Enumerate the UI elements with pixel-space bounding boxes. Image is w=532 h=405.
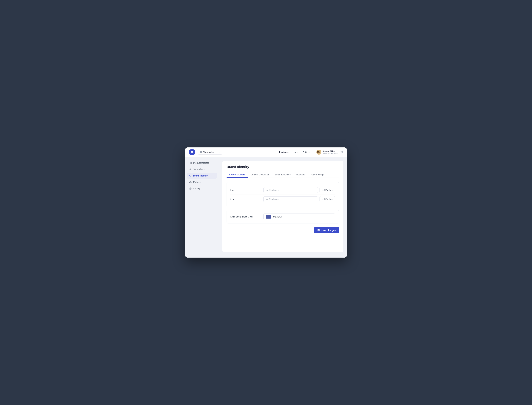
color-swatch[interactable] [266, 215, 271, 219]
sidebar-item-settings[interactable]: Settings [187, 186, 217, 191]
icon-row: Icon No file chosen [230, 195, 335, 204]
workspace-selector[interactable]: Wawandco ▾ [198, 150, 222, 155]
content-card: Brand Identity Logos & Colors Content Ge… [222, 161, 343, 252]
logo-file-display: No file chosen [263, 187, 318, 193]
main-layout: Product Updates Subscribers [185, 157, 347, 257]
sidebar-label-brand-identity: Brand Identity [193, 175, 208, 177]
sidebar-label-embeds: Embeds [193, 181, 201, 183]
nav-link-products[interactable]: Products [279, 151, 288, 153]
svg-rect-8 [189, 163, 190, 164]
image-icon-2 [322, 198, 325, 201]
icon-file-display: No file chosen [263, 196, 318, 202]
svg-point-0 [192, 152, 192, 152]
icon-label: Icon [230, 198, 261, 201]
svg-point-18 [323, 199, 323, 199]
grid-icon [189, 162, 192, 164]
nav-link-users[interactable]: Users [293, 151, 299, 153]
logo-row: Logo No file chosen [230, 186, 335, 195]
logout-button[interactable] [340, 150, 343, 154]
content-area: Brand Identity Logos & Colors Content Ge… [219, 157, 347, 257]
sidebar-item-brand-identity[interactable]: Brand Identity [187, 173, 217, 179]
gear-icon [189, 187, 192, 190]
save-changes-label: Save Changes [321, 229, 336, 232]
avatar: MM [316, 150, 321, 155]
svg-rect-21 [318, 230, 319, 231]
workspace-name: Wawandco [203, 151, 218, 153]
logo-explore-label: Explore [326, 189, 333, 191]
color-input-wrapper[interactable]: #4E5BA6 [263, 214, 335, 220]
svg-rect-20 [318, 229, 319, 230]
save-icon [317, 229, 320, 232]
sidebar-item-product-updates[interactable]: Product Updates [187, 160, 217, 166]
tab-email-templates[interactable]: Email Templates [272, 172, 293, 178]
tab-bar: Logos & Colors Content Generation Email … [226, 172, 339, 178]
logo-file-wrapper: No file chosen Explore [263, 187, 335, 193]
users-icon [189, 168, 192, 171]
workspace-icon [200, 151, 202, 154]
save-row: Save Changes [226, 227, 339, 233]
color-row: Links and Buttons Color #4E5BA6 [230, 214, 335, 220]
sidebar-label-subscribers: Subscribers [193, 168, 205, 170]
tab-logos-colors[interactable]: Logos & Colors [226, 172, 248, 178]
chevron-down-icon: ▾ [219, 151, 220, 153]
svg-rect-7 [191, 162, 192, 163]
svg-rect-9 [191, 163, 192, 164]
save-changes-button[interactable]: Save Changes [314, 227, 339, 233]
color-label: Links and Buttons Color [230, 216, 261, 218]
icon-explore-button[interactable]: Explore [319, 196, 335, 202]
image-icon [322, 189, 325, 191]
user-name: Margot Miles [323, 150, 338, 152]
user-info: MM Margot Miles mmiles@email.com [316, 150, 343, 155]
sidebar-item-subscribers[interactable]: Subscribers [187, 166, 217, 172]
tag-icon [189, 174, 192, 177]
color-section: Links and Buttons Color #4E5BA6 [226, 210, 339, 223]
nav-link-settings[interactable]: Settings [303, 151, 310, 153]
file-upload-section: Logo No file chosen [226, 182, 339, 207]
app-window: Wawandco ▾ Products Users Settings MM Ma… [185, 148, 347, 257]
color-value: #4E5BA6 [273, 216, 282, 218]
code-icon [189, 181, 192, 183]
svg-point-11 [191, 169, 191, 169]
tab-page-settings[interactable]: Page Settings [308, 172, 326, 178]
svg-rect-6 [189, 162, 190, 163]
page-title: Brand Identity [226, 165, 339, 169]
sidebar-label-product-updates: Product Updates [193, 162, 209, 164]
logo-explore-button[interactable]: Explore [319, 187, 335, 193]
user-details: Margot Miles mmiles@email.com [323, 150, 338, 154]
svg-point-16 [323, 189, 323, 190]
svg-rect-4 [201, 152, 202, 153]
icon-file-wrapper: No file chosen Explore [263, 196, 335, 202]
user-email: mmiles@email.com [323, 152, 338, 154]
svg-rect-1 [200, 151, 201, 152]
sidebar-item-embeds[interactable]: Embeds [187, 179, 217, 185]
icon-explore-label: Explore [326, 198, 333, 201]
sidebar: Product Updates Subscribers [185, 157, 219, 257]
nav-links: Products Users Settings [279, 151, 310, 153]
svg-rect-3 [200, 152, 201, 153]
svg-rect-2 [201, 151, 202, 152]
app-logo [189, 149, 195, 155]
svg-point-12 [190, 175, 190, 176]
svg-point-14 [190, 188, 191, 189]
svg-line-13 [190, 181, 191, 183]
tab-content-generation[interactable]: Content Generation [248, 172, 272, 178]
sidebar-label-settings: Settings [193, 187, 201, 190]
tab-metadata[interactable]: Metadata [293, 172, 308, 178]
top-nav: Wawandco ▾ Products Users Settings MM Ma… [185, 148, 347, 157]
svg-point-10 [190, 169, 191, 169]
logo-label: Logo [230, 189, 261, 191]
